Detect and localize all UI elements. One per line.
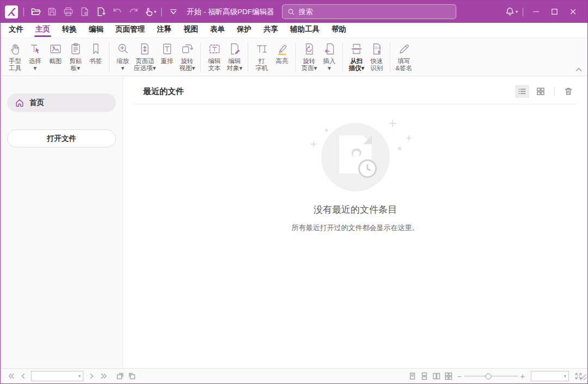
edit-text-icon [207,41,222,57]
hand-tool-button[interactable]: 手型 工具 [5,41,25,72]
undo-button[interactable] [109,4,125,20]
ribbon-group-divider [342,42,343,72]
select-tool-button[interactable]: 选择 ▾ [25,41,45,72]
status-bar: ▾ − [1,368,587,383]
rotate-pages-button[interactable]: 旋转 页面▾ [299,41,319,72]
ribbon-item-label: 填写 &签名 [395,58,412,72]
page-number-combobox[interactable]: ▾ [31,371,83,381]
tab-convert[interactable]: 转换 [56,22,83,38]
document-fold-corner [363,135,372,144]
tab-comment[interactable]: 注释 [151,22,177,38]
maximize-button[interactable] [545,4,564,20]
dropdown-caret-icon: ▾ [516,9,518,14]
ribbon-item-label: 旋转 视图▾ [179,58,195,72]
tab-view[interactable]: 视图 [177,22,204,38]
open-file-sidebar-button[interactable]: 打开文件 [7,129,116,147]
customize-quick-access-button[interactable] [165,4,181,20]
typewriter-icon [255,41,269,57]
close-button[interactable] [564,4,582,20]
next-page-button[interactable] [85,371,97,382]
fill-and-sign-button[interactable]: 填写 &签名 [394,41,414,72]
delete-recent-button[interactable] [561,85,575,98]
tab-protect[interactable]: 保护 [231,22,258,38]
insert-icon [322,41,336,57]
minimize-button[interactable] [526,4,545,20]
continuous-view-button[interactable] [419,371,431,382]
home-sidebar: 首页 打开文件 [1,76,123,368]
grid-view-button[interactable] [534,85,548,98]
ribbon-item-label: 快速 识别 [370,58,383,72]
list-view-button[interactable] [515,85,529,98]
redo-button[interactable] [125,4,142,20]
first-page-button[interactable] [5,371,17,382]
insert-pages-button[interactable]: 插入 ▾ [319,41,339,72]
ribbon-item-label: 书签 [89,58,102,65]
empty-state-illustration [313,123,398,191]
hand-pointer-button[interactable]: ▾ [142,4,158,20]
facing-continuous-view-button[interactable] [443,371,455,382]
edit-object-button[interactable]: 编辑 对象▾ [224,41,244,72]
sparkle-decoration [407,135,412,140]
clipboard-icon [69,41,83,57]
zoom-out-button[interactable]: − [455,372,464,381]
save-button[interactable] [44,4,60,20]
last-page-button[interactable] [97,371,109,382]
previous-page-button[interactable] [17,371,29,382]
resize-grip-icon[interactable] [579,373,587,383]
quick-ocr-button[interactable]: OCR 快速 识别 [366,41,387,72]
search-input[interactable]: 搜索 [282,4,456,19]
empty-state-subtitle: 所有最近打开过的文件都会显示在这里。 [292,223,419,233]
zoom-tool-button[interactable]: 缩放 ▾ [113,41,133,72]
hand-icon [8,41,22,57]
open-file-button[interactable] [27,4,44,20]
zoom-slider-thumb[interactable] [485,373,491,379]
tab-share[interactable]: 共享 [258,22,284,38]
edit-text-button[interactable]: 编辑 文本 [204,41,224,72]
dropdown-caret-icon: ▾ [564,374,566,379]
ribbon-item-label: 旋转 页面▾ [301,58,317,72]
typewriter-button[interactable]: 打 字机 [252,41,272,72]
zoom-level-combobox[interactable]: ▾ [531,371,569,381]
tab-page-organize[interactable]: 页面管理 [109,22,151,38]
page-fit-options-button[interactable]: 页面适 应选项▾ [133,41,157,72]
highlight-button[interactable]: 高亮 [272,41,292,65]
single-page-view-button[interactable] [407,371,419,382]
titlebar-separator [161,8,162,16]
reflow-button[interactable]: 重排 [157,41,177,65]
collapse-ribbon-icon[interactable] [575,64,582,74]
snapshot-button[interactable]: 截图 [45,41,65,65]
new-document-button[interactable] [93,4,109,20]
print-button[interactable] [60,4,76,20]
sparkle-decoration [325,129,328,132]
ribbon-item-label: 缩放 ▾ [117,58,129,72]
tab-form[interactable]: 表单 [204,22,231,38]
tab-accessibility[interactable]: 辅助工具 [284,22,326,38]
ribbon-group-view: 缩放 ▾ 页面适 应选项▾ 重排 旋转 视图▾ [113,41,197,72]
tab-home[interactable]: 主页 [29,22,56,38]
sparkle-decoration [398,147,401,150]
tab-edit[interactable]: 编辑 [83,22,109,38]
clipboard-button[interactable]: 剪贴 板▾ [65,41,85,72]
page-title: 最近的文件 [143,86,184,97]
sparkle-decoration [311,141,316,147]
facing-view-button[interactable] [431,371,443,382]
ribbon-item-label: 页面适 应选项▾ [134,58,156,72]
next-view-button[interactable] [126,371,138,382]
dropdown-caret-icon: ▾ [78,374,81,379]
share-document-button[interactable] [76,4,93,20]
bookmark-button[interactable]: 书签 [85,41,106,65]
sidebar-item-home[interactable]: 首页 [7,94,116,112]
ribbon-group-scan: 从扫 描仪▾ OCR 快速 识别 [346,41,387,72]
zoom-in-button[interactable]: + [518,372,528,381]
tab-help[interactable]: 帮助 [326,22,352,38]
empty-state-title: 没有最近的文件条目 [314,203,397,216]
scanner-icon [350,41,364,57]
search-placeholder: 搜索 [299,7,313,17]
notifications-bell-button[interactable]: ▾ [503,4,519,20]
rotate-view-button[interactable]: 旋转 视图▾ [177,41,197,72]
dropdown-caret-icon: ▾ [154,9,156,14]
zoom-slider[interactable] [464,371,518,382]
from-scanner-button[interactable]: 从扫 描仪▾ [346,41,366,72]
previous-view-button[interactable] [114,371,126,382]
tab-file[interactable]: 文件 [3,22,29,38]
